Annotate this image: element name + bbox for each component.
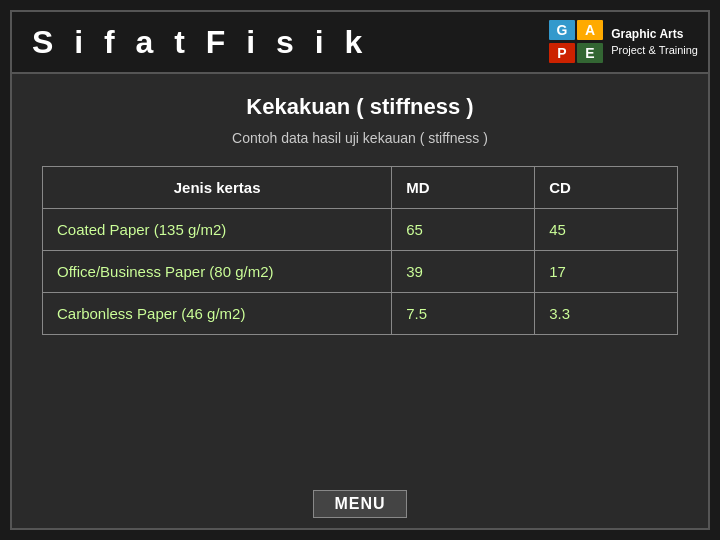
header-title-area: S i f a t F i s i k xyxy=(12,12,498,72)
data-table: Jenis kertas MD CD Coated Paper (135 g/m… xyxy=(42,166,678,335)
brand-line2: Project & Training xyxy=(611,43,698,58)
logo-text: Graphic Arts Project & Training xyxy=(611,26,698,58)
cell-r1-c0: Office/Business Paper (80 g/m2) xyxy=(43,251,392,293)
outer-frame: S i f a t F i s i k G A P xyxy=(0,0,720,540)
header-bar: S i f a t F i s i k G A P xyxy=(12,12,708,74)
cell-r2-c1: 7.5 xyxy=(392,293,535,335)
table-header-row: Jenis kertas MD CD xyxy=(43,167,678,209)
cell-r1-c2: 17 xyxy=(535,251,678,293)
main-area: Kekakuan ( stiffness ) Contoh data hasil… xyxy=(12,74,708,355)
col-header-cd: CD xyxy=(535,167,678,209)
logo-area: G A P E Graphic Arts Project & Training xyxy=(498,12,708,72)
col-header-jenis: Jenis kertas xyxy=(43,167,392,209)
svg-text:P: P xyxy=(558,45,567,61)
page-title: S i f a t F i s i k xyxy=(32,24,368,61)
svg-text:G: G xyxy=(557,22,568,38)
svg-text:A: A xyxy=(585,22,595,38)
cell-r0-c2: 45 xyxy=(535,209,678,251)
svg-text:E: E xyxy=(586,45,595,61)
brand-line1: Graphic Arts xyxy=(611,26,698,43)
cell-r2-c2: 3.3 xyxy=(535,293,678,335)
logo-box: G A P E Graphic Arts Project & Training xyxy=(549,20,698,64)
gape-logo-icon: G A P E xyxy=(549,20,603,64)
table-row: Coated Paper (135 g/m2)6545 xyxy=(43,209,678,251)
table-row: Office/Business Paper (80 g/m2)3917 xyxy=(43,251,678,293)
menu-button[interactable]: MENU xyxy=(313,490,406,518)
inner-content: S i f a t F i s i k G A P xyxy=(10,10,710,530)
section-title: Kekakuan ( stiffness ) xyxy=(42,94,678,120)
footer-area: MENU xyxy=(12,490,708,518)
cell-r0-c0: Coated Paper (135 g/m2) xyxy=(43,209,392,251)
subtitle: Contoh data hasil uji kekauan ( stiffnes… xyxy=(42,130,678,146)
cell-r1-c1: 39 xyxy=(392,251,535,293)
cell-r0-c1: 65 xyxy=(392,209,535,251)
col-header-md: MD xyxy=(392,167,535,209)
table-row: Carbonless Paper (46 g/m2)7.53.3 xyxy=(43,293,678,335)
cell-r2-c0: Carbonless Paper (46 g/m2) xyxy=(43,293,392,335)
